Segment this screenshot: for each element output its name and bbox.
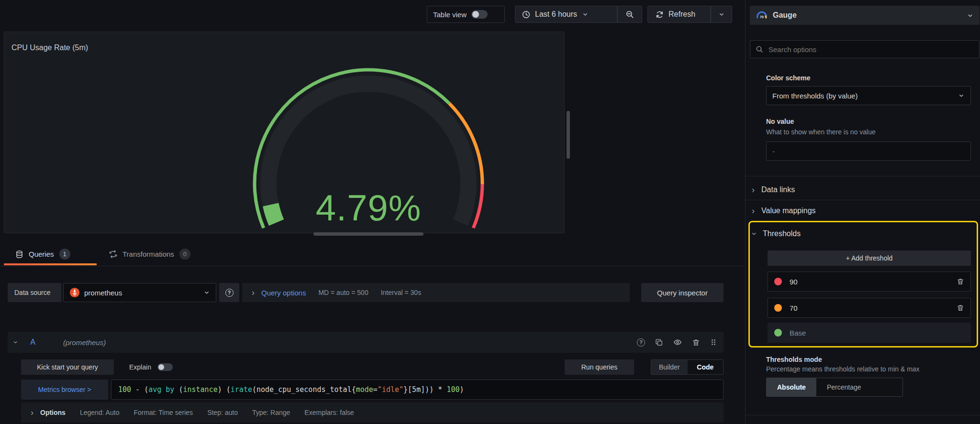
editor-mode-switch: Builder Code [651, 359, 724, 375]
threshold-color-dot[interactable] [774, 278, 782, 285]
section-thresholds-label: Thresholds [763, 229, 801, 238]
query-datasource-hint: (prometheus) [63, 338, 106, 347]
panel-resize-handle-horizontal[interactable] [313, 232, 423, 236]
options-label: Options [40, 409, 66, 416]
chevron-right-icon: › [752, 185, 755, 194]
run-queries-label: Run queries [581, 363, 618, 371]
drag-handle-grip-icon[interactable] [710, 338, 717, 346]
table-view-control: Table view [427, 6, 505, 23]
sidebar-divider [746, 415, 980, 415]
gauge-viz-icon: 70 [756, 11, 768, 20]
chevron-right-icon: › [31, 408, 33, 417]
refresh-interval-dropdown[interactable] [711, 6, 732, 23]
delete-threshold-trash-icon[interactable] [957, 304, 964, 312]
refresh-button[interactable]: Refresh [647, 6, 711, 23]
prometheus-icon [69, 287, 80, 298]
help-icon: ? [225, 289, 234, 297]
time-controls: Last 6 hours [515, 6, 642, 23]
chevron-right-icon: › [752, 207, 755, 215]
section-value-mappings[interactable]: › Value mappings [752, 207, 816, 215]
query-options-link: Query options [261, 289, 306, 297]
threshold-base-label: Base [790, 329, 964, 337]
toggle-knob [472, 11, 479, 18]
database-icon [15, 250, 23, 259]
threshold-row[interactable]: 70 [768, 298, 971, 318]
panel-resize-handle-vertical[interactable] [567, 111, 570, 159]
query-options-summary-row[interactable]: › Options Legend: Auto Format: Time seri… [21, 402, 724, 423]
hide-response-eye-icon[interactable] [673, 338, 682, 347]
builder-mode-option[interactable]: Builder [651, 360, 688, 374]
section-data-links[interactable]: › Data links [752, 185, 795, 194]
table-view-toggle[interactable] [471, 10, 488, 19]
code-mode-option[interactable]: Code [688, 360, 723, 374]
tabs-divider [0, 266, 745, 266]
add-threshold-label: + Add threshold [846, 254, 893, 262]
options-legend: Legend: Auto [80, 409, 120, 416]
promql-expression-input[interactable]: 100 - (avg by (instance) (irate(node_cpu… [111, 380, 724, 400]
transformations-icon [109, 250, 117, 258]
active-tab-underline [4, 263, 97, 265]
zoom-out-icon [625, 10, 634, 19]
max-data-points-summary: MD = auto = 500 [318, 289, 368, 296]
color-scheme-select[interactable]: From thresholds (by value) [766, 86, 971, 105]
datasource-picker[interactable]: prometheus [63, 283, 216, 302]
thresholds-mode-switch: Absolute Percentage [766, 378, 903, 397]
section-thresholds[interactable]: › Thresholds [753, 229, 801, 238]
section-data-links-label: Data links [761, 185, 795, 194]
duplicate-query-icon[interactable] [655, 338, 663, 347]
query-help-icon[interactable]: ? [637, 338, 645, 347]
chevron-right-icon: › [252, 288, 255, 297]
tab-queries-badge: 1 [59, 249, 70, 260]
explain-label: Explain [129, 363, 151, 371]
refresh-controls: Refresh [647, 6, 732, 23]
tab-queries[interactable]: Queries 1 [15, 249, 70, 260]
section-value-mappings-label: Value mappings [761, 207, 816, 215]
metrics-browser-label: Metrics browser > [38, 386, 91, 393]
no-value-input[interactable] [766, 141, 971, 161]
threshold-value[interactable]: 90 [790, 278, 949, 286]
delete-query-trash-icon[interactable] [692, 338, 700, 347]
percentage-mode-option[interactable]: Percentage [816, 378, 872, 396]
chevron-down-icon [958, 92, 965, 99]
threshold-value[interactable]: 70 [790, 304, 949, 312]
color-scheme-label: Color scheme [766, 74, 811, 82]
threshold-row[interactable]: 90 [768, 272, 971, 292]
kick-start-query-button[interactable]: Kick start your query [21, 359, 114, 375]
datasource-help-button[interactable]: ? [219, 283, 239, 302]
explain-control: Explain [129, 363, 173, 371]
collapse-query-icon[interactable]: › [12, 341, 20, 343]
thresholds-mode-label: Thresholds mode [766, 356, 822, 363]
query-options-bar[interactable]: › Query options MD = auto = 500 Interval… [242, 283, 630, 302]
search-options-wrap [750, 40, 980, 58]
absolute-mode-option[interactable]: Absolute [767, 378, 816, 396]
add-threshold-button[interactable]: + Add threshold [768, 250, 971, 266]
table-view-label: Table view [433, 11, 467, 19]
metrics-browser-button[interactable]: Metrics browser > [21, 380, 108, 400]
time-zoom-out-button[interactable] [617, 6, 642, 23]
search-options-input[interactable] [750, 40, 980, 58]
interval-summary: Interval = 30s [381, 289, 421, 296]
refresh-icon [656, 11, 664, 19]
visualization-picker[interactable]: 70 Gauge [750, 6, 980, 25]
gauge-panel: CPU Usage Rate (5m) 4.79% [4, 32, 565, 233]
query-inspector-button[interactable]: Query inspector [641, 283, 724, 302]
tab-transformations[interactable]: Transformations 0 [109, 249, 190, 260]
run-queries-button[interactable]: Run queries [565, 359, 634, 375]
gauge-value: 4.79% [273, 187, 464, 228]
toggle-knob [158, 364, 164, 370]
threshold-color-dot[interactable] [774, 329, 782, 337]
no-value-description: What to show when there is no value [766, 128, 876, 136]
datasource-label: Data source [8, 283, 61, 302]
panel-options-sidebar: 70 Gauge Color scheme From thresholds (b… [745, 0, 980, 424]
threshold-color-dot[interactable] [774, 304, 782, 312]
time-range-label: Last 6 hours [535, 10, 577, 19]
explain-toggle[interactable] [157, 363, 173, 371]
options-step: Step: auto [207, 409, 238, 416]
sidebar-divider [746, 176, 980, 176]
time-range-picker[interactable]: Last 6 hours [515, 6, 617, 23]
query-row-header[interactable]: › A (prometheus) ? [8, 332, 724, 353]
query-inspector-label: Query inspector [657, 289, 708, 297]
tab-queries-label: Queries [29, 250, 54, 258]
delete-threshold-trash-icon[interactable] [957, 278, 964, 285]
sidebar-divider [746, 200, 980, 200]
